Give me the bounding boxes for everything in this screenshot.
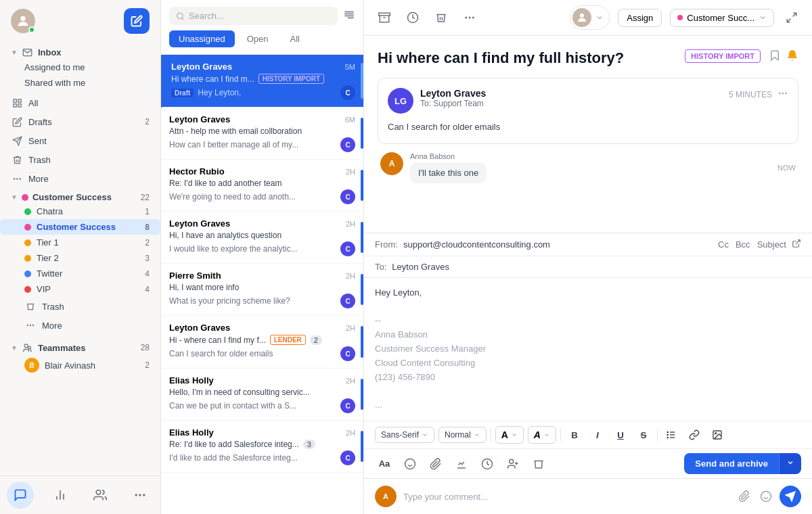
sidebar-item-more[interactable]: More [0, 169, 160, 188]
link-button[interactable] [685, 425, 704, 444]
svg-rect-28 [379, 13, 390, 16]
list-button[interactable] [662, 425, 681, 444]
more-options-icon[interactable] [460, 8, 479, 27]
settings-bottom-icon[interactable] [127, 482, 154, 509]
message-more-icon[interactable] [777, 88, 788, 101]
attachment-icon[interactable] [426, 454, 445, 473]
sidebar-item-cs-more[interactable]: More [0, 316, 160, 335]
conv-num-6: 2 [310, 335, 322, 345]
sidebar-item-all[interactable]: All [0, 93, 160, 112]
delete-icon[interactable] [432, 8, 451, 27]
tab-unassigned[interactable]: Unassigned [169, 30, 235, 47]
tab-open[interactable]: Open [238, 30, 278, 47]
sidebar-item-drafts[interactable]: Drafts 2 [0, 112, 160, 131]
chart-bottom-icon[interactable] [47, 482, 74, 509]
add-assignee-icon[interactable] [503, 454, 522, 473]
svg-rect-3 [13, 103, 16, 106]
sidebar-item-twitter[interactable]: Twitter 4 [0, 266, 160, 281]
signature-icon[interactable] [452, 454, 471, 473]
conversation-item-7[interactable]: Elias Holly 2H Hello, I'm in need of con… [161, 369, 363, 421]
tab-all[interactable]: All [280, 30, 309, 47]
compose-button[interactable] [124, 8, 150, 34]
comment-attachment-icon[interactable] [736, 488, 752, 505]
search-input[interactable] [189, 11, 331, 21]
emoji-icon[interactable] [401, 454, 420, 473]
teammates-header[interactable]: ▼ Teammates 28 [0, 337, 160, 355]
svg-point-36 [786, 93, 786, 93]
send-comment-button[interactable] [780, 486, 801, 507]
notification-bell-icon[interactable] [786, 49, 798, 64]
conversation-item-1[interactable]: Leyton Graves 5M Hi where can I find m..… [161, 55, 363, 108]
compose-sig-company: Cloud Content Consulting [375, 356, 801, 371]
image-button[interactable] [708, 425, 727, 444]
teammates-icon [22, 342, 34, 354]
comment-input[interactable] [403, 492, 729, 502]
team-chevron-icon [759, 14, 767, 22]
search-box[interactable] [169, 7, 338, 25]
inbox-header[interactable]: ▼ Inbox [0, 42, 160, 60]
cc-label[interactable]: Cc [718, 239, 729, 250]
header-action-icons [375, 8, 479, 27]
underline-button[interactable]: U [611, 425, 630, 444]
bg-chevron-icon [543, 431, 550, 438]
conversation-item-4[interactable]: Leyton Graves 2H Hi, I have an analytics… [161, 212, 363, 264]
sidebar-item-vip[interactable]: VIP 4 [0, 281, 160, 297]
all-icon [11, 97, 23, 109]
text-color-btn[interactable]: A [495, 426, 524, 444]
conversation-item-6[interactable]: Leyton Graves 2H Hi - where can I find m… [161, 316, 363, 369]
conv-subject-1: Hi where can I find m... HISTORY IMPORT [171, 74, 355, 84]
sidebar-item-tier2[interactable]: Tier 2 3 [0, 250, 160, 266]
sidebar-item-assigned-to-me[interactable]: Assigned to me [0, 60, 160, 75]
send-archive-main-button[interactable]: Send and archive [684, 453, 779, 474]
conv-avatar-5: C [340, 294, 355, 308]
sidebar-item-shared-with-me[interactable]: Shared with me [0, 75, 160, 91]
conversation-item-3[interactable]: Hector Rubio 2H Re: I'd like to add anot… [161, 160, 363, 212]
user-avatar[interactable] [11, 9, 35, 33]
font-family-select[interactable]: Sans-Serif [375, 427, 434, 443]
active-bar-2 [361, 118, 363, 149]
customer-success-header[interactable]: ▼ Customer Success 22 [0, 188, 160, 204]
sort-icon[interactable] [343, 9, 355, 23]
comment-emoji-icon[interactable] [758, 488, 774, 505]
header-user-avatar-btn[interactable] [570, 5, 610, 30]
contacts-bottom-icon[interactable] [87, 482, 114, 509]
message-to-1: To: Support Team [420, 99, 722, 108]
strikethrough-button[interactable]: S [634, 425, 653, 444]
expand-icon[interactable] [782, 8, 801, 27]
send-archive-dropdown-button[interactable] [779, 453, 801, 474]
sidebar-item-blair[interactable]: B Blair Avinash 2 [0, 355, 160, 375]
italic-button[interactable]: I [588, 425, 607, 444]
conv-footer-5: What is your pricing scheme like? C [169, 294, 355, 308]
archive-icon[interactable] [375, 8, 394, 27]
conversation-item-5[interactable]: Pierre Smith 2H Hi, I want more info Wha… [161, 264, 363, 316]
conv-subject-3: Re: I'd like to add another team [169, 179, 355, 188]
sidebar-item-tier1[interactable]: Tier 1 2 [0, 235, 160, 250]
assign-button[interactable]: Assign [618, 9, 662, 27]
active-bar-4 [361, 222, 363, 253]
font-size-icon[interactable]: Aa [375, 454, 394, 473]
sidebar-item-cs-trash[interactable]: Trash [0, 297, 160, 316]
external-link-icon[interactable] [792, 239, 801, 250]
schedule-icon[interactable] [478, 454, 497, 473]
team-button[interactable]: Customer Succ... [670, 9, 774, 27]
snooze-icon[interactable] [403, 8, 422, 27]
svg-line-23 [182, 18, 183, 19]
bookmark-icon[interactable] [769, 49, 781, 64]
compose-text-area[interactable]: Hey Leyton, -- Anna Babson Customer Succ… [364, 278, 812, 421]
font-size-select[interactable]: Normal [438, 427, 487, 443]
subject-label[interactable]: Subject [757, 239, 786, 250]
sidebar-item-trash[interactable]: Trash [0, 150, 160, 169]
conversation-item-8[interactable]: Elias Holly 2H Re: I'd like to add Sales… [161, 421, 363, 473]
bg-color-btn[interactable]: A [528, 426, 556, 444]
sidebar-top [0, 0, 160, 42]
sidebar-item-chatra[interactable]: Chatra 1 [0, 204, 160, 219]
conversation-item-2[interactable]: Leyton Graves 6M Attn - help me with ema… [161, 108, 363, 160]
trash-compose-icon[interactable] [529, 454, 548, 473]
sidebar-item-customer-success[interactable]: Customer Success 8 [0, 219, 160, 235]
bold-button[interactable]: B [565, 425, 584, 444]
chat-bottom-icon[interactable] [7, 482, 34, 509]
svg-point-37 [780, 93, 780, 93]
sidebar-item-sent[interactable]: Sent [0, 131, 160, 150]
bcc-label[interactable]: Bcc [736, 239, 750, 250]
conversation-body: Hi where can I find my full history? HIS… [364, 36, 812, 233]
